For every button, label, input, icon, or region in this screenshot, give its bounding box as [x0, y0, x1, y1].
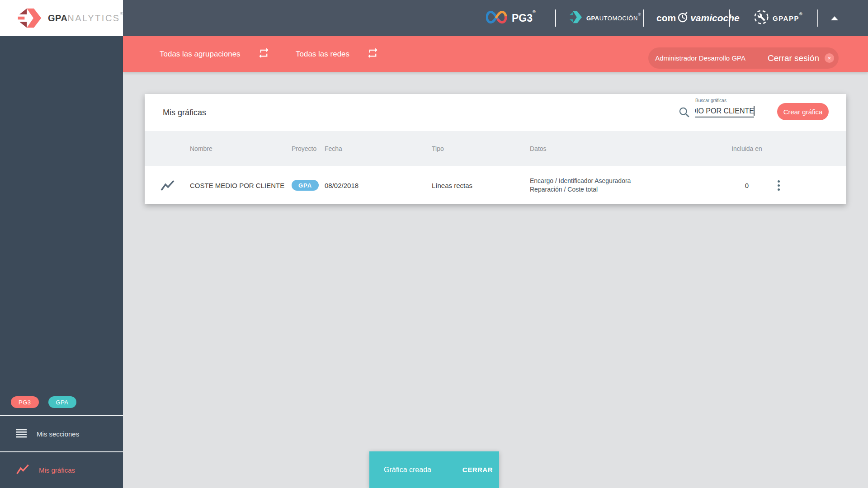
- badge-pg3[interactable]: PG3: [11, 396, 39, 408]
- pg3-label: PG3®: [512, 12, 536, 24]
- col-header-datos: Datos: [530, 145, 720, 152]
- collapse-topbar-button[interactable]: [828, 14, 841, 23]
- row-proyecto-badge: GPA: [292, 180, 319, 191]
- col-header-tipo: Tipo: [432, 145, 530, 152]
- sidebar-item-mis-graficas[interactable]: Mis gráficas: [0, 452, 123, 488]
- comovamicoche-label-post: vamicoche: [690, 13, 740, 23]
- filter-networks-label: Todas las redes: [296, 50, 349, 59]
- gpanalytics-arrow-icon: [17, 7, 42, 29]
- sidebar-item-label: Mis gráficas: [39, 466, 75, 474]
- app-logo[interactable]: GPANALYTICS®: [0, 0, 123, 36]
- topbar-separator: [555, 9, 556, 27]
- gpautomocion-label: GPAUTOMOCIÓN®: [586, 15, 641, 22]
- row-datos: Encargo / Identificador Aseguradora Repa…: [530, 177, 720, 194]
- swap-icon[interactable]: [258, 47, 270, 61]
- row-menu-kebab-icon[interactable]: [778, 180, 787, 191]
- gpapp-label: GPAPP®: [773, 14, 803, 22]
- filter-networks[interactable]: Todas las redes: [296, 36, 379, 72]
- topbar: PG3® GPAUTOMOCIÓN® com vamicoche: [0, 0, 868, 36]
- search-input-label: Buscar gráficas: [695, 98, 754, 103]
- snackbar-toast: Gráfica creada CERRAR: [369, 451, 499, 488]
- gpapp-wrench-icon: [753, 9, 769, 27]
- charts-card: Mis gráficas Buscar gráficas COSTE MEDIO…: [145, 94, 846, 204]
- menu-icon: [16, 429, 27, 439]
- brand-comovamicoche[interactable]: com vamicoche: [656, 0, 740, 36]
- pg3-infinity-icon: [486, 10, 507, 26]
- topbar-separator: [817, 9, 818, 27]
- text-cursor: [754, 106, 755, 116]
- topbar-separator: [643, 9, 644, 27]
- col-header-incluida-en: Incluida en: [731, 145, 762, 152]
- line-chart-icon: [160, 180, 175, 191]
- logout-close-icon[interactable]: ×: [825, 53, 834, 63]
- stopwatch-icon: [678, 11, 689, 25]
- swap-icon[interactable]: [367, 47, 379, 61]
- brand-gpautomocion[interactable]: GPAUTOMOCIÓN®: [569, 0, 641, 36]
- row-nombre: COSTE MEDIO POR CLIENTE: [190, 182, 292, 189]
- brand-gpapp[interactable]: GPAPP®: [753, 0, 803, 36]
- line-chart-icon: [16, 464, 29, 476]
- search-input[interactable]: Buscar gráficas COSTE MEDIO POR CLIENTE: [695, 98, 754, 117]
- toast-close-button[interactable]: CERRAR: [462, 466, 493, 474]
- row-tipo: Líneas rectas: [432, 182, 530, 189]
- user-name: Administrador Desarrollo GPA: [655, 54, 745, 62]
- col-header-proyecto: Proyecto: [292, 145, 325, 152]
- search-icon[interactable]: [678, 106, 690, 120]
- toast-message: Gráfica creada: [384, 466, 431, 474]
- gpanalytics-wordmark: GPANALYTICS®: [48, 13, 123, 23]
- table-header: Nombre Proyecto Fecha Tipo Datos Incluid…: [145, 131, 846, 166]
- page-title: Mis gráficas: [163, 94, 206, 131]
- sidebar-item-label: Mis secciones: [37, 430, 79, 438]
- filter-groupings-label: Todas las agrupaciones: [160, 50, 241, 59]
- table-row[interactable]: COSTE MEDIO POR CLIENTE GPA 08/02/2018 L…: [145, 166, 846, 204]
- filter-bar: Todas las agrupaciones Todas las redes A…: [123, 36, 868, 72]
- badge-gpa[interactable]: GPA: [48, 396, 76, 408]
- col-header-nombre: Nombre: [190, 145, 292, 152]
- row-incluida-en: 0: [745, 182, 749, 189]
- user-session-pill: Administrador Desarrollo GPA Cerrar sesi…: [648, 47, 839, 69]
- chevron-up-icon: [831, 16, 838, 20]
- col-header-fecha: Fecha: [325, 145, 432, 152]
- search-input-value: COSTE MEDIO POR CLIENTE: [695, 105, 754, 117]
- comovamicoche-label-pre: com: [656, 13, 676, 23]
- create-chart-button[interactable]: Crear gráfica: [777, 103, 829, 120]
- sidebar-badges: PG3 GPA: [11, 396, 76, 408]
- sidebar: PG3 GPA Mis secciones Mis gráficas: [0, 36, 123, 488]
- logout-button[interactable]: Cerrar sesión: [768, 53, 819, 63]
- brand-pg3[interactable]: PG3®: [486, 0, 536, 36]
- gpautomocion-arrow-icon: [569, 10, 582, 26]
- card-header: Mis gráficas Buscar gráficas COSTE MEDIO…: [145, 94, 846, 131]
- sidebar-item-mis-secciones[interactable]: Mis secciones: [0, 416, 123, 451]
- row-fecha: 08/02/2018: [325, 182, 432, 189]
- filter-groupings[interactable]: Todas las agrupaciones: [160, 36, 270, 72]
